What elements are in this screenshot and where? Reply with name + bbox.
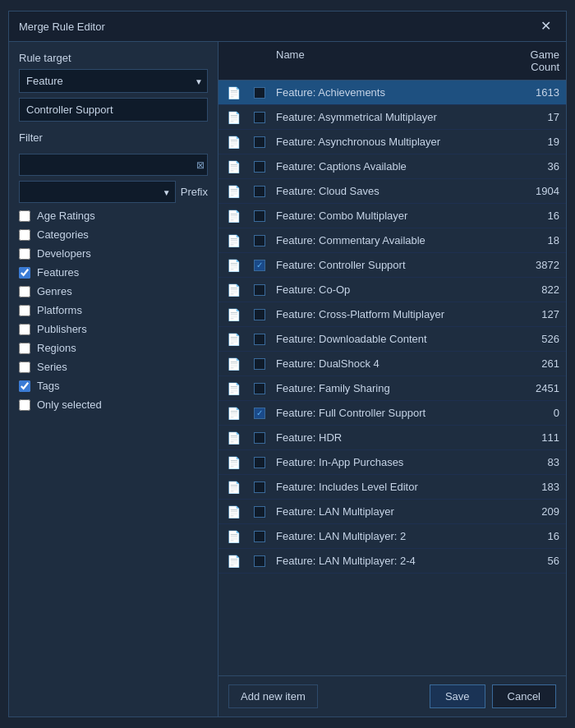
checkbox-age-ratings-input[interactable] <box>19 210 30 222</box>
row-check-cell <box>248 235 271 247</box>
document-icon: 📄 <box>227 357 241 371</box>
row-checkbox[interactable] <box>254 235 265 247</box>
right-panel: Name Game Count 📄 Feature: Achievements … <box>218 42 566 716</box>
row-icon-cell: 📄 <box>218 86 248 99</box>
close-button[interactable]: ✕ <box>536 18 556 35</box>
save-button[interactable]: Save <box>430 684 485 708</box>
row-checkbox[interactable] <box>254 112 265 123</box>
table-row[interactable]: 📄 Feature: Co-Op 822 <box>218 278 566 302</box>
row-check-cell <box>248 260 271 271</box>
checkbox-regions-input[interactable] <box>19 343 30 354</box>
checkbox-only-selected[interactable]: Only selected <box>19 397 208 412</box>
table-row[interactable]: 📄 Feature: Family Sharing 2451 <box>218 376 566 401</box>
title-bar: Merge Rule Editor ✕ <box>9 12 566 42</box>
row-checkbox[interactable] <box>254 531 265 542</box>
table-row[interactable]: 📄 Feature: LAN Multiplayer: 2 16 <box>218 524 566 549</box>
table-row[interactable]: 📄 Feature: Cloud Saves 1904 <box>218 179 566 204</box>
row-checkbox[interactable] <box>254 210 265 222</box>
table-row[interactable]: 📄 Feature: Combo Multiplayer 16 <box>218 204 566 228</box>
checkbox-regions-label: Regions <box>37 342 76 354</box>
checkbox-age-ratings[interactable]: Age Ratings <box>19 208 208 223</box>
row-checkbox[interactable] <box>254 358 265 370</box>
checkbox-categories-label: Categories <box>37 228 89 241</box>
row-count: 83 <box>500 453 566 472</box>
table-row[interactable]: 📄 Feature: Controller Support 3872 <box>218 253 566 278</box>
controller-support-input[interactable] <box>19 98 208 122</box>
row-icon-cell: 📄 <box>218 283 248 297</box>
checkbox-categories-input[interactable] <box>19 229 30 241</box>
row-checkbox[interactable] <box>254 506 265 518</box>
table-row[interactable]: 📄 Feature: Commentary Available 18 <box>218 228 566 253</box>
table-row[interactable]: 📄 Feature: Captions Available 36 <box>218 154 566 179</box>
row-icon-cell: 📄 <box>218 382 248 395</box>
checkbox-features-label: Features <box>37 266 79 279</box>
row-checkbox[interactable] <box>254 481 265 493</box>
row-count: 111 <box>500 428 566 447</box>
row-checkbox[interactable] <box>254 186 265 197</box>
row-checkbox[interactable] <box>254 136 265 148</box>
checkbox-publishers-input[interactable] <box>19 324 30 335</box>
checkbox-platforms[interactable]: Platforms <box>19 302 208 318</box>
row-checkbox[interactable] <box>254 383 265 394</box>
table-row[interactable]: 📄 Feature: DualShock 4 261 <box>218 352 566 376</box>
row-count: 183 <box>500 477 566 496</box>
feature-select[interactable]: Feature Genre Category Platform <box>19 69 208 93</box>
checkbox-developers[interactable]: Developers <box>19 246 208 261</box>
table-row[interactable]: 📄 Feature: Asynchronous Multiplayer 19 <box>218 130 566 154</box>
row-checkbox[interactable] <box>254 161 265 173</box>
filter-clear-icon[interactable]: ⊠ <box>196 159 205 171</box>
table-row[interactable]: 📄 Feature: Downloadable Content 526 <box>218 327 566 352</box>
row-checkbox[interactable] <box>254 87 265 99</box>
checkbox-publishers[interactable]: Publishers <box>19 321 208 337</box>
checkbox-genres[interactable]: Genres <box>19 283 208 299</box>
row-check-cell <box>248 309 271 320</box>
row-count: 3872 <box>500 256 566 274</box>
document-icon: 📄 <box>227 481 241 494</box>
prefix-select[interactable] <box>19 181 176 203</box>
checkbox-tags[interactable]: Tags <box>19 378 208 394</box>
checkbox-regions[interactable]: Regions <box>19 340 208 356</box>
row-checkbox[interactable] <box>254 284 265 296</box>
row-check-cell <box>248 136 271 148</box>
table-row[interactable]: 📄 Feature: LAN Multiplayer 209 <box>218 500 566 524</box>
row-checkbox[interactable] <box>254 334 265 345</box>
checkbox-platforms-label: Platforms <box>37 304 82 316</box>
row-count: 526 <box>500 329 566 348</box>
table-row[interactable]: 📄 Feature: HDR 111 <box>218 426 566 450</box>
table-row[interactable]: 📄 Feature: Achievements 1613 <box>218 81 566 105</box>
checkbox-genres-input[interactable] <box>19 286 30 297</box>
checkbox-tags-input[interactable] <box>19 380 30 392</box>
add-new-item-button[interactable]: Add new item <box>228 684 318 708</box>
checkbox-features-input[interactable] <box>19 267 30 279</box>
row-checkbox[interactable] <box>254 260 265 271</box>
table-row[interactable]: 📄 Feature: Cross-Platform Multiplayer 12… <box>218 302 566 327</box>
checkbox-series-input[interactable] <box>19 362 30 373</box>
table-row[interactable]: 📄 Feature: Includes Level Editor 183 <box>218 475 566 500</box>
checkbox-categories[interactable]: Categories <box>19 227 208 242</box>
table-row[interactable]: 📄 Feature: Full Controller Support 0 <box>218 401 566 426</box>
row-icon-cell: 📄 <box>218 259 248 272</box>
row-count: 822 <box>500 280 566 299</box>
document-icon: 📄 <box>227 308 241 321</box>
row-checkbox[interactable] <box>254 309 265 320</box>
checkbox-platforms-input[interactable] <box>19 305 30 316</box>
table-row[interactable]: 📄 Feature: In-App Purchases 83 <box>218 450 566 475</box>
checkbox-features[interactable]: Features <box>19 265 208 280</box>
table-header: Name Game Count <box>218 42 566 81</box>
checkbox-developers-input[interactable] <box>19 248 30 260</box>
row-checkbox[interactable] <box>254 432 265 444</box>
checkbox-only-selected-input[interactable] <box>19 399 30 411</box>
row-checkbox[interactable] <box>254 408 265 419</box>
table-row[interactable]: 📄 Feature: LAN Multiplayer: 2-4 56 <box>218 549 566 574</box>
cancel-button[interactable]: Cancel <box>492 684 556 708</box>
row-check-cell <box>248 555 271 567</box>
row-icon-cell: 📄 <box>218 431 248 445</box>
document-icon: 📄 <box>227 505 241 518</box>
row-checkbox[interactable] <box>254 457 265 468</box>
filter-input[interactable] <box>19 154 208 176</box>
checkbox-developers-label: Developers <box>37 247 91 260</box>
row-name: Feature: Captions Available <box>271 157 500 176</box>
row-checkbox[interactable] <box>254 555 265 567</box>
checkbox-series[interactable]: Series <box>19 359 208 375</box>
table-row[interactable]: 📄 Feature: Asymmetrical Multiplayer 17 <box>218 105 566 130</box>
